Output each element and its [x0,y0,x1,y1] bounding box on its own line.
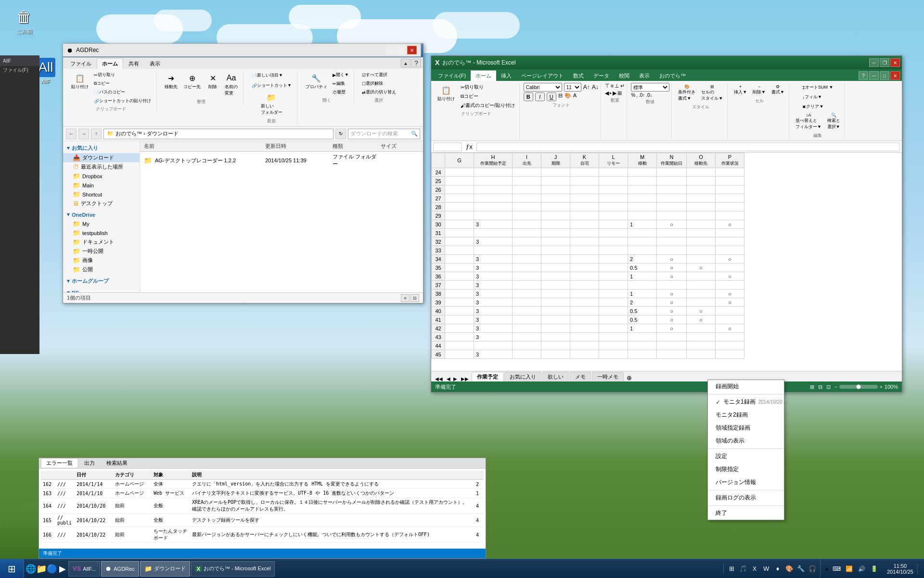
excel-cell[interactable] [570,168,599,177]
excel-cell[interactable] [628,246,657,255]
sidebar-item-main[interactable]: 📁 Main [63,181,140,190]
excel-cell[interactable] [628,237,657,246]
excel-zoom-slider[interactable] [839,385,878,389]
ribbon-deselect-btn[interactable]: ☐ 選択解除 [360,79,398,88]
ribbon-cut-btn[interactable]: ✂ 切り取り [92,71,153,79]
excel-cell[interactable] [716,315,744,324]
excel-cell[interactable] [445,315,474,324]
ribbon-tab-view[interactable]: 表示 [144,58,166,69]
ctx-version[interactable]: バージョン情報 [708,476,784,489]
col-k[interactable]: K自宅 [570,153,599,168]
excel-cell[interactable] [445,342,474,350]
excel-align-center-icon[interactable]: ▪ [610,90,612,96]
excel-autosum-btn[interactable]: Σ オートSUM ▼ [800,83,835,92]
excel-cell[interactable] [513,350,541,359]
ribbon-tab-share[interactable]: 共有 [123,58,144,69]
excel-cell[interactable] [541,185,570,194]
sidebar-item-public[interactable]: 📁 公開 [63,265,140,274]
sheet-tab-memo[interactable]: メモ [570,372,591,381]
excel-comma-icon[interactable]: , [636,92,638,98]
excel-cell[interactable] [513,315,541,324]
excel-cell[interactable] [570,289,599,298]
excel-cell[interactable] [687,350,716,359]
excel-cell[interactable] [657,229,687,237]
excel-cell[interactable] [445,168,474,177]
excel-cell[interactable] [687,255,716,263]
excel-cell[interactable] [570,246,599,255]
excel-cell[interactable] [474,168,513,177]
excel-tab-formulas[interactable]: 数式 [568,70,589,81]
sheet-tab-want[interactable]: 欲しい [542,372,569,381]
excel-cell[interactable] [657,342,687,350]
taskbar-tool-icon[interactable]: 🔧 [796,564,806,574]
sidebar-item-testpublish[interactable]: 📁 testpublish [63,228,140,237]
taskbar-network-icon[interactable]: 📶 [845,564,854,574]
excel-sort-btn[interactable]: ↕A 並べ替えとフィルター▼ [793,111,824,131]
excel-cell-style-btn[interactable]: ⊞ セルのスタイル▼ [699,83,725,103]
excel-clear-btn[interactable]: ✖ クリア▼ [800,102,835,111]
ctx-monitor1[interactable]: ✓ モニタ1録画 2014/10/20 [708,395,784,408]
excel-cell[interactable] [657,333,687,342]
ribbon-move-btn[interactable]: ➜ 移動先 [162,71,180,98]
excel-cell[interactable]: ○ [657,315,687,324]
excel-cell[interactable] [513,168,541,177]
ribbon-rename-btn[interactable]: Aa 名前の変更 [222,71,240,98]
excel-cell[interactable] [570,185,599,194]
ctx-log[interactable]: 録画ログの表示 [708,491,784,504]
excel-cell[interactable] [541,272,570,281]
excel-cell[interactable] [541,289,570,298]
excel-align-middle-icon[interactable]: ≡ [611,83,614,89]
excel-cell[interactable]: ○ [716,220,744,229]
excel-font-size[interactable]: 11 [564,83,581,92]
excel-cell[interactable] [513,298,541,307]
sidebar-item-download[interactable]: 📥 ダウンロード [63,153,140,162]
excel-cell[interactable]: ○ [716,255,744,263]
excel-cell[interactable] [599,185,628,194]
ctx-settings[interactable]: 設定 [708,450,784,463]
excel-cell[interactable]: 1 [628,220,657,229]
excel-cell[interactable] [541,203,570,211]
excel-close-btn[interactable]: ✕ [890,58,900,67]
excel-cell[interactable] [716,281,744,289]
excel-cell[interactable]: 0.5 [628,263,657,272]
excel-fill-icon[interactable]: 🎨 [565,92,571,101]
excel-cell[interactable] [657,246,687,255]
excel-cell[interactable]: 3 [474,307,513,315]
excel-cell[interactable] [570,220,599,229]
excel-cell[interactable] [445,255,474,263]
sheet-nav-left[interactable]: ◀◀ [433,376,445,381]
excel-cell[interactable] [599,281,628,289]
excel-cell[interactable] [716,263,744,272]
excel-cell[interactable] [599,298,628,307]
sheet-nav-prev[interactable]: ◀ [446,376,451,381]
excel-cell[interactable] [541,220,570,229]
ribbon-properties-btn[interactable]: 🔧 プロパティ [303,71,330,96]
excel-cell[interactable] [474,177,513,185]
excel-cell[interactable] [687,342,716,350]
excel-cell[interactable] [541,194,570,203]
excel-cell[interactable] [687,237,716,246]
breadcrumb[interactable]: 📁 おのでら™ › ダウンロード [103,129,334,139]
excel-cell[interactable] [599,229,628,237]
excel-cell[interactable] [541,211,570,220]
ribbon-edit-btn[interactable]: ✏ 編集 [331,79,351,88]
ribbon-shortcut-paste-btn[interactable]: 🔗 ショートカットの貼り付け [92,97,153,105]
col-j[interactable]: J期限 [541,153,570,168]
excel-cell[interactable] [599,315,628,324]
excel-cell[interactable]: 3 [474,289,513,298]
excel-cell[interactable]: 3 [474,333,513,342]
excel-cell[interactable] [628,333,657,342]
excel-cell[interactable] [474,246,513,255]
excel-percent-icon[interactable]: % [631,92,635,98]
excel-tab-file[interactable]: ファイル(F) [433,70,471,81]
excel-cell[interactable] [599,342,628,350]
excel-cell[interactable] [541,177,570,185]
excel-cell[interactable] [599,211,628,220]
excel-cell[interactable] [445,272,474,281]
excel-cell[interactable]: 2 [628,255,657,263]
excel-align-bottom-icon[interactable]: ⊥ [615,83,619,89]
detail-view-btn[interactable]: ⊟ [411,294,419,302]
ribbon-path-copy-btn[interactable]: 📄 パスのコピー [92,88,153,96]
excel-merge-icon[interactable]: ⊞ [617,90,622,96]
sidebar-item-desktop[interactable]: 🖥 デスクトップ [63,199,140,208]
